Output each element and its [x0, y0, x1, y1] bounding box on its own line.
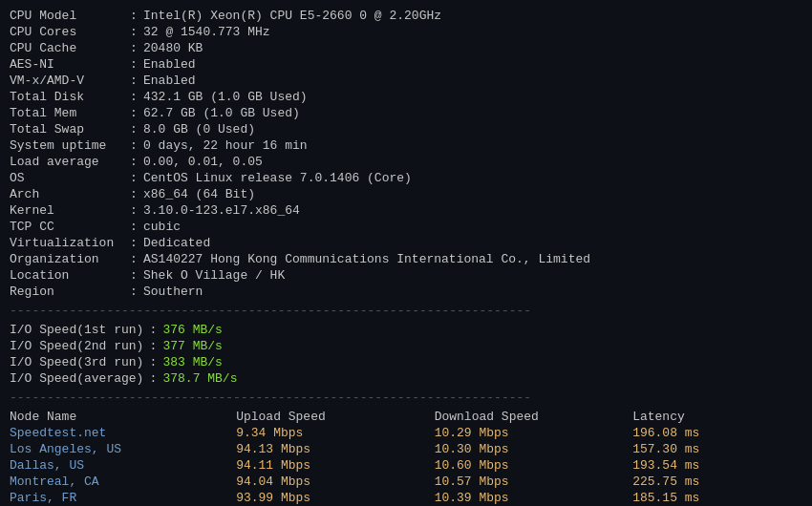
total-swap-key: Total Swap — [10, 121, 124, 137]
network-latency-0: 196.08 ms — [632, 425, 802, 441]
network-node-3: Montreal, CA — [10, 474, 236, 490]
aes-ni-row: AES-NI : Enabled — [10, 56, 802, 73]
cpu-model-val: Intel(R) Xeon(R) CPU E5-2660 0 @ 2.20GHz — [143, 8, 802, 24]
io-run2-key: I/O Speed(2nd run) — [10, 338, 143, 354]
io-run2-row: I/O Speed(2nd run) : 377 MB/s — [10, 338, 802, 354]
kernel-row: Kernel : 3.10.0-123.el7.x86_64 — [10, 202, 802, 219]
network-download-2: 10.60 Mbps — [435, 457, 633, 474]
kernel-val: 3.10.0-123.el7.x86_64 — [143, 202, 802, 219]
network-upload-4: 93.99 Mbps — [236, 490, 435, 506]
network-section: Node Name Upload Speed Download Speed La… — [10, 409, 802, 506]
vm-amd-v-key: VM-x/AMD-V — [10, 73, 124, 89]
cpu-cores-key: CPU Cores — [10, 24, 124, 40]
vm-amd-v-val: Enabled — [143, 73, 802, 89]
virtualization-val: Dedicated — [143, 235, 802, 251]
os-row: OS : CentOS Linux release 7.0.1406 (Core… — [10, 170, 802, 186]
network-row: Montreal, CA 94.04 Mbps 10.57 Mbps 225.7… — [10, 474, 802, 490]
network-latency-2: 193.54 ms — [632, 457, 802, 474]
system-uptime-key: System uptime — [10, 137, 124, 154]
cpu-cache-key: CPU Cache — [10, 40, 124, 56]
region-row: Region : Southern — [10, 284, 802, 300]
separator-2: ----------------------------------------… — [10, 390, 802, 405]
io-avg-key: I/O Speed(average) — [10, 370, 143, 387]
network-header-row: Node Name Upload Speed Download Speed La… — [10, 409, 802, 425]
network-row: Dallas, US 94.11 Mbps 10.60 Mbps 193.54 … — [10, 457, 802, 474]
os-key: OS — [10, 170, 124, 186]
location-key: Location — [10, 267, 124, 284]
kernel-key: Kernel — [10, 202, 124, 219]
io-run3-key: I/O Speed(3rd run) — [10, 354, 143, 370]
cpu-cache-val: 20480 KB — [143, 40, 802, 56]
io-run2-val: 377 MB/s — [162, 338, 802, 354]
arch-val: x86_64 (64 Bit) — [143, 186, 802, 202]
network-upload-0: 9.34 Mbps — [236, 425, 435, 441]
header-download: Download Speed — [435, 409, 633, 425]
arch-row: Arch : x86_64 (64 Bit) — [10, 186, 802, 202]
network-download-0: 10.29 Mbps — [435, 425, 633, 441]
cpu-cores-row: CPU Cores : 32 @ 1540.773 MHz — [10, 24, 802, 40]
location-row: Location : Shek O Village / HK — [10, 267, 802, 284]
total-swap-val: 8.0 GB (0 Used) — [143, 121, 802, 137]
aes-ni-key: AES-NI — [10, 56, 124, 73]
header-upload: Upload Speed — [236, 409, 435, 425]
total-disk-val: 432.1 GB (1.0 GB Used) — [143, 89, 802, 105]
vm-amd-v-row: VM-x/AMD-V : Enabled — [10, 73, 802, 89]
organization-row: Organization : AS140227 Hong Kong Commun… — [10, 251, 802, 267]
os-val: CentOS Linux release 7.0.1406 (Core) — [143, 170, 802, 186]
network-row: Speedtest.net 9.34 Mbps 10.29 Mbps 196.0… — [10, 425, 802, 441]
region-key: Region — [10, 284, 124, 300]
system-uptime-row: System uptime : 0 days, 22 hour 16 min — [10, 137, 802, 154]
region-val: Southern — [143, 284, 802, 300]
io-run1-row: I/O Speed(1st run) : 376 MB/s — [10, 322, 802, 338]
io-section: I/O Speed(1st run) : 376 MB/s I/O Speed(… — [10, 322, 802, 387]
network-node-4: Paris, FR — [10, 490, 236, 506]
location-val: Shek O Village / HK — [143, 267, 802, 284]
io-run3-val: 383 MB/s — [162, 354, 802, 370]
io-avg-val: 378.7 MB/s — [162, 370, 802, 387]
network-upload-1: 94.13 Mbps — [236, 441, 435, 457]
cpu-model-key: CPU Model — [10, 8, 124, 24]
load-average-key: Load average — [10, 154, 124, 170]
total-mem-val: 62.7 GB (1.0 GB Used) — [143, 105, 802, 121]
virtualization-row: Virtualization : Dedicated — [10, 235, 802, 251]
total-swap-row: Total Swap : 8.0 GB (0 Used) — [10, 121, 802, 137]
aes-ni-val: Enabled — [143, 56, 802, 73]
cpu-cache-row: CPU Cache : 20480 KB — [10, 40, 802, 56]
separator-1: ----------------------------------------… — [10, 304, 802, 318]
network-latency-3: 225.75 ms — [632, 474, 802, 490]
network-node-1: Los Angeles, US — [10, 441, 236, 457]
network-upload-2: 94.11 Mbps — [236, 457, 435, 474]
io-run1-key: I/O Speed(1st run) — [10, 322, 143, 338]
arch-key: Arch — [10, 186, 124, 202]
network-row: Los Angeles, US 94.13 Mbps 10.30 Mbps 15… — [10, 441, 802, 457]
virtualization-key: Virtualization — [10, 235, 124, 251]
network-row: Paris, FR 93.99 Mbps 10.39 Mbps 185.15 m… — [10, 490, 802, 506]
network-latency-4: 185.15 ms — [632, 490, 802, 506]
load-average-val: 0.00, 0.01, 0.05 — [143, 154, 802, 170]
header-node: Node Name — [10, 409, 236, 425]
load-average-row: Load average : 0.00, 0.01, 0.05 — [10, 154, 802, 170]
cpu-model-row: CPU Model : Intel(R) Xeon(R) CPU E5-2660… — [10, 8, 802, 24]
io-avg-row: I/O Speed(average) : 378.7 MB/s — [10, 370, 802, 387]
network-upload-3: 94.04 Mbps — [236, 474, 435, 490]
total-disk-row: Total Disk : 432.1 GB (1.0 GB Used) — [10, 89, 802, 105]
total-mem-key: Total Mem — [10, 105, 124, 121]
header-latency: Latency — [632, 409, 802, 425]
network-node-0: Speedtest.net — [10, 425, 236, 441]
tcp-cc-row: TCP CC : cubic — [10, 219, 802, 235]
tcp-cc-val: cubic — [143, 219, 802, 235]
organization-val: AS140227 Hong Kong Communications Intern… — [143, 251, 802, 267]
io-run1-val: 376 MB/s — [162, 322, 802, 338]
network-download-1: 10.30 Mbps — [435, 441, 633, 457]
network-node-2: Dallas, US — [10, 457, 236, 474]
system-uptime-val: 0 days, 22 hour 16 min — [143, 137, 802, 154]
organization-key: Organization — [10, 251, 124, 267]
tcp-cc-key: TCP CC — [10, 219, 124, 235]
network-latency-1: 157.30 ms — [632, 441, 802, 457]
system-info: CPU Model : Intel(R) Xeon(R) CPU E5-2660… — [10, 8, 802, 300]
cpu-cores-val: 32 @ 1540.773 MHz — [143, 24, 802, 40]
network-download-3: 10.57 Mbps — [435, 474, 633, 490]
total-disk-key: Total Disk — [10, 89, 124, 105]
network-download-4: 10.39 Mbps — [435, 490, 633, 506]
total-mem-row: Total Mem : 62.7 GB (1.0 GB Used) — [10, 105, 802, 121]
